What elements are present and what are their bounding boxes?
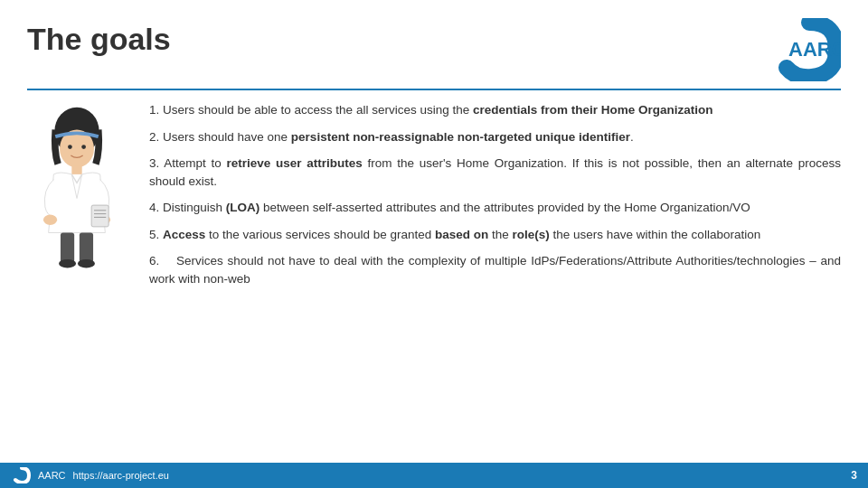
footer-url: https://aarc-project.eu — [73, 470, 169, 481]
goal-2-text: 2. Users should have one persistent non-… — [149, 130, 634, 144]
avatar-illustration — [27, 99, 131, 297]
goal-item-3: 3. Attempt to retrieve user attributes f… — [149, 155, 841, 190]
page-title: The goals — [27, 22, 171, 57]
goal-item-1: 1. Users should be able to access the al… — [149, 101, 841, 119]
goal-1-number: 1. Users should be able to access the al… — [149, 103, 713, 117]
footer-page-number: 3 — [851, 469, 857, 482]
svg-rect-13 — [80, 233, 93, 263]
slide: The goals AARC — [0, 0, 868, 488]
footer-logo-text: AARC — [38, 470, 66, 481]
main-content: 1. Users should be able to access the al… — [0, 90, 868, 297]
goal-5-text: 5. Access to the various services should… — [149, 228, 760, 241]
svg-rect-8 — [91, 205, 108, 227]
goals-list: 1. Users should be able to access the al… — [149, 99, 841, 297]
footer: AARC https://aarc-project.eu 3 — [0, 463, 868, 488]
svg-rect-5 — [71, 165, 81, 174]
goal-item-2: 2. Users should have one persistent non-… — [149, 128, 841, 146]
svg-point-4 — [81, 145, 86, 149]
svg-point-14 — [59, 259, 76, 268]
goal-item-4: 4. Distinguish (LOA) between self-assert… — [149, 199, 841, 217]
aarc-logo: AARC — [732, 18, 841, 81]
svg-point-15 — [78, 259, 95, 268]
header: The goals AARC — [0, 0, 868, 81]
footer-logo-icon — [11, 467, 31, 483]
svg-point-6 — [43, 215, 57, 225]
goal-4-text: 4. Distinguish (LOA) between self-assert… — [149, 201, 750, 214]
svg-rect-12 — [61, 233, 74, 263]
goal-3-text: 3. Attempt to retrieve user attributes f… — [149, 156, 841, 188]
goal-item-6: 6. Services should not have to deal with… — [149, 252, 841, 287]
goal-6-text: 6. Services should not have to deal with… — [149, 254, 841, 286]
goal-item-5: 5. Access to the various services should… — [149, 226, 841, 244]
svg-text:AARC: AARC — [788, 38, 841, 61]
svg-point-3 — [68, 145, 72, 149]
